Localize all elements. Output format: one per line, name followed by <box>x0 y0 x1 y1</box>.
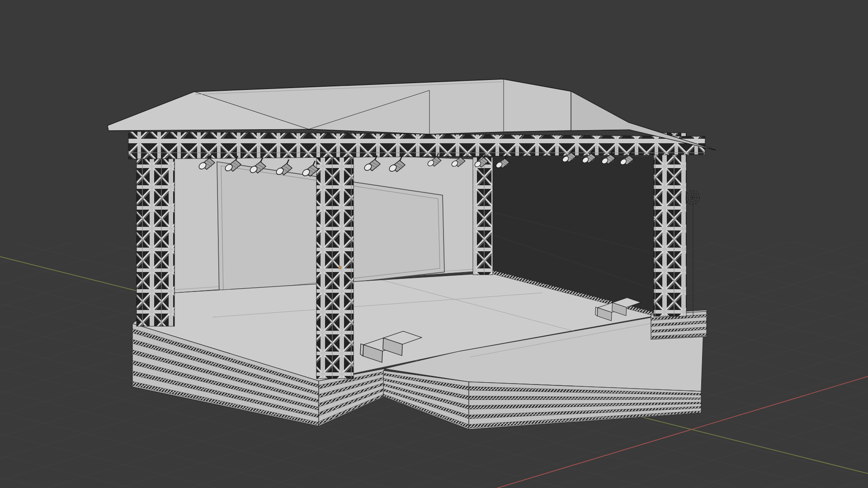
truss-column-back[interactable] <box>473 157 493 275</box>
truss-column-left[interactable] <box>137 132 175 326</box>
truss-beam[interactable] <box>128 131 705 159</box>
viewport-canvas[interactable] <box>0 0 868 488</box>
truss-column-right[interactable] <box>654 133 686 316</box>
truss-column-middle[interactable] <box>316 133 354 379</box>
object-origin-dot[interactable] <box>339 266 341 269</box>
3d-viewport[interactable] <box>0 0 868 488</box>
